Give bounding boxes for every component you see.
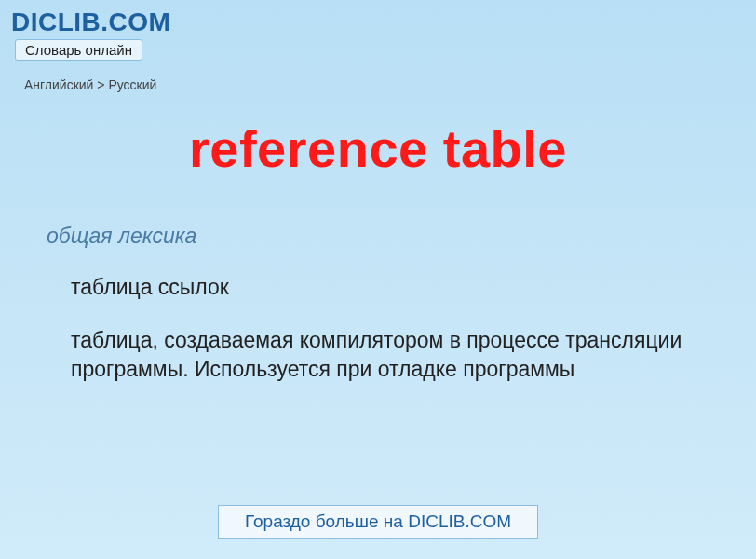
breadcrumb[interactable]: Английский > Русский xyxy=(24,77,745,92)
header: DICLIB.COM Словарь онлайн Английский > Р… xyxy=(0,0,756,92)
entry-short-definition: таблица ссылок xyxy=(71,275,709,300)
entry-category: общая лексика xyxy=(47,224,709,249)
site-subtitle: Словарь онлайн xyxy=(15,39,142,61)
term-heading: reference table xyxy=(0,118,756,179)
entry-long-definition: таблица, создаваемая компилятором в проц… xyxy=(71,326,709,384)
subtitle-wrap: Словарь онлайн xyxy=(15,39,745,61)
more-link[interactable]: Гораздо больше на DICLIB.COM xyxy=(218,505,538,539)
entry-content: общая лексика таблица ссылок таблица, со… xyxy=(0,224,756,384)
site-name[interactable]: DICLIB.COM xyxy=(11,7,745,37)
footer: Гораздо больше на DICLIB.COM xyxy=(0,505,756,539)
